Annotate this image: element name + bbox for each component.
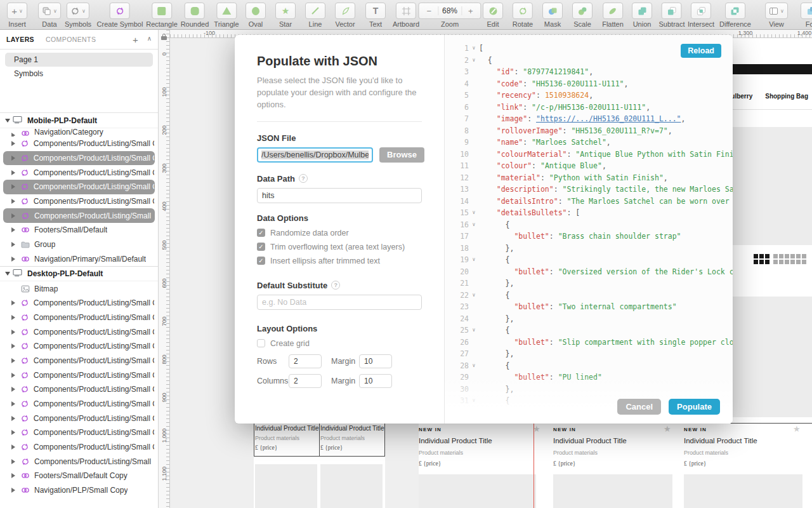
populate-button[interactable]: Populate bbox=[669, 399, 720, 415]
layer-item[interactable]: Components/Product/Listing/Small C... bbox=[0, 311, 158, 325]
expand-triangle-icon[interactable] bbox=[11, 473, 15, 478]
expand-triangle-icon[interactable] bbox=[11, 459, 15, 464]
layer-item[interactable]: Components/Product/Listing/Small C... bbox=[0, 339, 158, 354]
code-line[interactable]: 19∨ { bbox=[445, 254, 733, 266]
create-grid-option[interactable]: Create grid bbox=[257, 338, 422, 349]
layer-item[interactable]: Components/Product/Listing/Small C... bbox=[0, 368, 158, 382]
fold-chevron-icon[interactable] bbox=[469, 196, 479, 208]
tool-line[interactable]: Line bbox=[305, 3, 325, 28]
page-item[interactable]: Page 1 bbox=[5, 53, 153, 67]
favorite-star-icon[interactable]: ★ bbox=[793, 424, 801, 434]
layer-item[interactable]: Components/Product/Listing/Small C... bbox=[0, 440, 158, 455]
code-line[interactable]: 16∨ { bbox=[445, 219, 733, 231]
code-line[interactable]: 28∨ { bbox=[445, 360, 733, 372]
layer-item[interactable]: Bitmap bbox=[0, 281, 158, 296]
fold-chevron-icon[interactable] bbox=[469, 172, 479, 184]
expand-triangle-icon[interactable] bbox=[11, 444, 15, 450]
layer-item[interactable]: Components/Product/Listing/Small C... bbox=[0, 354, 158, 368]
tab-layers[interactable]: LAYERS bbox=[6, 36, 34, 43]
code-line[interactable]: 6 "link": "/c-p/HH5136-020U111-U111", bbox=[445, 102, 733, 114]
data-option-checkbox[interactable]: ✓Randomize data order bbox=[257, 227, 422, 239]
fold-chevron-icon[interactable] bbox=[469, 266, 479, 278]
tool-scale[interactable]: Scale bbox=[572, 3, 593, 28]
expand-triangle-icon[interactable] bbox=[11, 330, 15, 335]
fold-chevron-icon[interactable]: ∨ bbox=[469, 360, 479, 372]
tool-flatten[interactable]: Flatten bbox=[602, 3, 624, 28]
expand-triangle-icon[interactable] bbox=[11, 344, 15, 349]
data-option-checkbox[interactable]: ✓Insert ellipsis after trimmed text bbox=[257, 255, 422, 267]
tool-star[interactable]: ★Star bbox=[275, 3, 296, 28]
expand-triangle-icon[interactable] bbox=[11, 416, 15, 421]
help-icon[interactable]: ? bbox=[331, 281, 340, 290]
fold-chevron-icon[interactable] bbox=[469, 243, 479, 255]
code-line[interactable]: 22∨ { bbox=[445, 290, 733, 302]
expand-triangle-icon[interactable] bbox=[11, 387, 15, 392]
expand-triangle-icon[interactable] bbox=[11, 430, 15, 435]
tool-zoom[interactable]: −68%+Zoom bbox=[418, 3, 481, 28]
layer-item[interactable]: Components/Product/Listing/Small C... bbox=[0, 425, 158, 440]
expand-triangle-icon[interactable] bbox=[11, 156, 15, 161]
expand-triangle-icon[interactable] bbox=[11, 373, 15, 378]
code-line[interactable]: 25∨ { bbox=[445, 324, 733, 337]
expand-triangle-icon[interactable] bbox=[11, 184, 15, 189]
layer-item[interactable]: Components/Product/Listing/Small C... bbox=[0, 382, 158, 397]
json-file-input[interactable]: /Users/benellis/Dropbox/Mulberry bbox=[257, 147, 373, 163]
code-line[interactable]: 12 "material": "Python with Satin Finish… bbox=[445, 172, 733, 184]
fold-chevron-icon[interactable] bbox=[469, 277, 479, 290]
layer-item[interactable]: Group bbox=[0, 237, 158, 252]
fold-chevron-icon[interactable] bbox=[469, 90, 479, 102]
expand-triangle-icon[interactable] bbox=[11, 170, 15, 175]
expand-triangle-icon[interactable] bbox=[11, 315, 15, 320]
desktop-product-card[interactable]: NEW INIndividual Product TitleProduct ma… bbox=[553, 427, 679, 508]
tool-text[interactable]: TText bbox=[365, 3, 386, 28]
tool-mask[interactable]: Mask bbox=[542, 3, 563, 28]
artboard-item-mobile-plp-default[interactable]: Mobile-PLP-Default bbox=[0, 113, 158, 128]
expand-triangle-icon[interactable] bbox=[11, 488, 15, 493]
fold-chevron-icon[interactable] bbox=[469, 125, 479, 137]
fold-chevron-icon[interactable]: ∨ bbox=[469, 207, 479, 219]
layer-item[interactable]: Components/Product/Listing/Small C... bbox=[3, 180, 155, 194]
expand-triangle-icon[interactable] bbox=[11, 242, 15, 247]
rows-margin-input[interactable]: 10 bbox=[359, 354, 392, 368]
layer-item[interactable]: Navigation/Category bbox=[0, 128, 158, 137]
data-path-input[interactable]: hits bbox=[257, 188, 422, 203]
fold-chevron-icon[interactable] bbox=[469, 102, 479, 114]
tool-triangle[interactable]: Triangle bbox=[214, 3, 239, 28]
expand-triangle-icon[interactable] bbox=[11, 213, 15, 218]
tool-data[interactable]: ∨Data bbox=[38, 3, 61, 28]
expand-triangle-icon[interactable] bbox=[5, 272, 10, 276]
layer-item[interactable]: Components/Product/Listing/Small C... bbox=[0, 397, 158, 411]
artboard-item-desktop-plp-default[interactable]: Desktop-PLP-Default bbox=[0, 266, 158, 281]
layer-item[interactable]: Footers/Small/Default Copy bbox=[0, 469, 158, 483]
layer-item[interactable]: Components/Product/Listing/Small C... bbox=[3, 151, 155, 166]
fold-chevron-icon[interactable] bbox=[469, 149, 479, 161]
fold-chevron-icon[interactable]: ∨ bbox=[469, 254, 479, 266]
collapse-icon[interactable]: ∧ bbox=[147, 35, 152, 44]
zoom-out-icon[interactable]: − bbox=[422, 6, 436, 16]
zoom-in-icon[interactable]: + bbox=[464, 6, 478, 16]
columns-input[interactable]: 2 bbox=[289, 374, 322, 388]
code-line[interactable]: 9 "name": "Marloes Satchel", bbox=[445, 137, 733, 149]
large-grid-view-icon[interactable] bbox=[773, 254, 806, 264]
code-line[interactable]: 17 "bullet": "Brass chain shoulder strap… bbox=[445, 231, 733, 243]
default-substitute-input[interactable]: e.g. No Data bbox=[257, 295, 422, 310]
tool-rotate[interactable]: Rotate bbox=[513, 3, 533, 28]
code-line[interactable]: 18 }, bbox=[445, 243, 733, 255]
expand-triangle-icon[interactable] bbox=[5, 119, 10, 123]
rows-input[interactable]: 2 bbox=[289, 354, 322, 368]
fold-chevron-icon[interactable]: ∨ bbox=[469, 324, 479, 337]
layer-item[interactable]: Components/Product/Listing/Small C... bbox=[0, 165, 158, 180]
fold-chevron-icon[interactable] bbox=[469, 313, 479, 325]
tool-insert[interactable]: +∨Insert bbox=[7, 3, 27, 28]
cancel-button[interactable]: Cancel bbox=[617, 399, 661, 415]
fold-chevron-icon[interactable] bbox=[469, 78, 479, 90]
code-line[interactable]: 27 }, bbox=[445, 348, 733, 360]
fold-chevron-icon[interactable]: ∨ bbox=[469, 219, 479, 231]
layer-item[interactable]: Components/Product/Listing/Small bbox=[3, 208, 155, 223]
tool-edit[interactable]: Edit bbox=[483, 3, 503, 28]
code-line[interactable]: 26 "bullet": "Slip compartment with sing… bbox=[445, 337, 733, 349]
desktop-product-card[interactable]: NEW INIndividual Product TitleProduct ma… bbox=[684, 427, 809, 508]
code-line[interactable]: 24 }, bbox=[445, 313, 733, 325]
fold-chevron-icon[interactable] bbox=[469, 301, 479, 313]
add-page-icon[interactable]: + bbox=[133, 35, 138, 44]
